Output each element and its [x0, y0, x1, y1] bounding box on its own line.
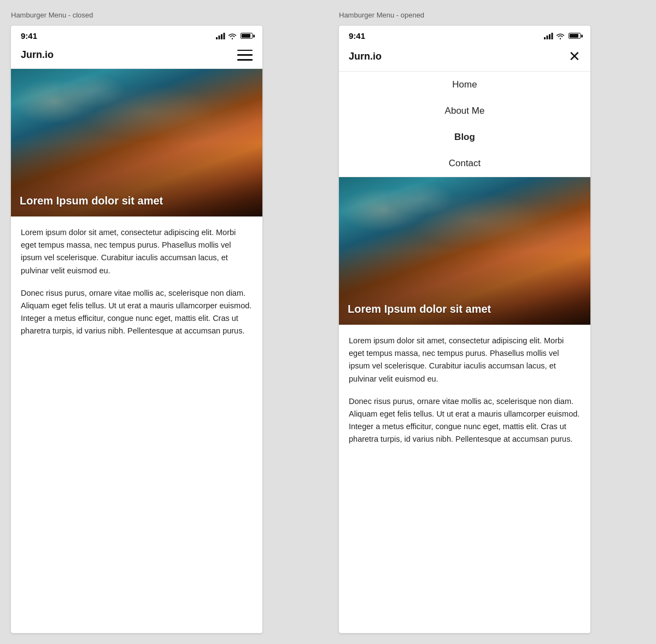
svg-rect-6	[549, 34, 550, 39]
nav-menu: Home About Me Blog Contact	[339, 72, 590, 177]
signal-icon-left	[216, 33, 225, 39]
status-bar-right: 9:41	[339, 26, 590, 44]
wifi-icon-right	[556, 33, 565, 39]
status-bar-left: 9:41	[11, 26, 262, 44]
nav-bar-closed: Jurn.io	[11, 44, 262, 69]
paragraph-2-left: Donec risus purus, ornare vitae mollis a…	[21, 287, 253, 338]
left-panel-label: Hamburger Menu - closed	[11, 11, 317, 19]
wifi-icon-left	[228, 33, 237, 39]
svg-rect-7	[552, 33, 553, 39]
hero-title-left: Lorem Ipsum dolor sit amet	[20, 194, 163, 208]
paragraph-2-right: Donec risus purus, ornare vitae mollis a…	[349, 395, 581, 446]
close-menu-button[interactable]: ✕	[569, 49, 581, 63]
status-time-right: 9:41	[349, 31, 365, 40]
phone-frame-opened: 9:41 Jurn.io ✕	[339, 26, 590, 633]
hamburger-line-2	[237, 54, 253, 56]
status-time-left: 9:41	[21, 31, 37, 40]
logo-right: Jurn.io	[349, 51, 382, 62]
battery-icon-left	[241, 33, 253, 39]
content-area-right: Lorem ipsum dolor sit amet, consectetur …	[339, 325, 590, 466]
status-icons-left	[216, 33, 253, 39]
hero-image-left: Lorem Ipsum dolor sit amet	[11, 69, 262, 216]
right-panel: Hamburger Menu - opened 9:41	[328, 0, 656, 644]
nav-item-contact[interactable]: Contact	[339, 150, 590, 177]
signal-icon-right	[544, 33, 553, 39]
paragraph-1-right: Lorem ipsum dolor sit amet, consectetur …	[349, 335, 581, 385]
svg-rect-3	[224, 33, 225, 39]
hero-title-right: Lorem Ipsum dolor sit amet	[348, 302, 491, 316]
left-panel: Hamburger Menu - closed 9:41	[0, 0, 328, 644]
phone-frame-closed: 9:41	[11, 26, 262, 633]
paragraph-1-left: Lorem ipsum dolor sit amet, consectetur …	[21, 226, 253, 277]
hamburger-line-1	[237, 50, 253, 51]
nav-item-blog[interactable]: Blog	[339, 124, 590, 150]
svg-rect-4	[544, 37, 546, 39]
hero-image-right: Lorem Ipsum dolor sit amet	[339, 177, 590, 325]
hamburger-button[interactable]	[237, 50, 253, 61]
nav-bar-opened: Jurn.io ✕	[339, 44, 590, 72]
svg-rect-0	[216, 37, 218, 39]
status-icons-right	[544, 33, 581, 39]
right-panel-label: Hamburger Menu - opened	[339, 11, 645, 19]
svg-rect-5	[547, 36, 548, 39]
logo-left: Jurn.io	[21, 49, 54, 61]
hamburger-line-3	[237, 59, 253, 61]
content-area-left: Lorem ipsum dolor sit amet, consectetur …	[11, 216, 262, 358]
svg-rect-1	[219, 36, 220, 39]
nav-item-about[interactable]: About Me	[339, 98, 590, 124]
nav-item-home[interactable]: Home	[339, 72, 590, 98]
battery-icon-right	[569, 33, 581, 39]
svg-rect-2	[221, 34, 222, 39]
